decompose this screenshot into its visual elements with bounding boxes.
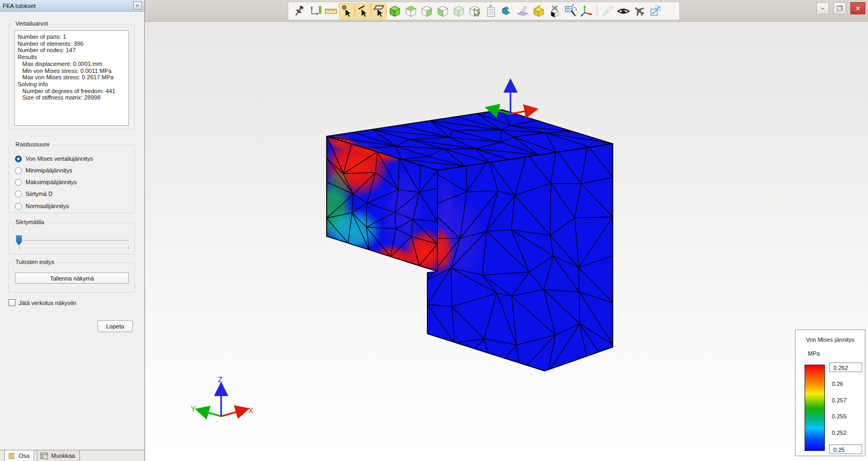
radio-label: Minimipääjännitys: [26, 167, 72, 174]
fea-model-scene[interactable]: Z Y X: [145, 22, 868, 461]
document-tabs-bar: OsaMuokkaa: [0, 450, 144, 461]
x-axis-label: X: [248, 406, 254, 415]
toolbar-button-sketch[interactable]: [599, 3, 615, 19]
radio-label: Von Mises vertailujännitys: [26, 155, 93, 162]
coordinate-axes-icon: [580, 4, 594, 18]
main-toolbar: [288, 2, 680, 20]
fly-mode-icon: [632, 4, 646, 18]
results-summary-box: Number of parts: 1Number of elements: 39…: [14, 30, 129, 126]
radio-option-2[interactable]: Minimipääjännitys: [15, 167, 72, 174]
toolbar-button-select-edge[interactable]: [355, 3, 371, 19]
toolbar-button-extrude[interactable]: [499, 3, 515, 19]
group-label: Siirtymätila: [13, 219, 46, 225]
keep-mesh-checkbox[interactable]: [9, 299, 15, 306]
toolbar-button-measure[interactable]: [323, 3, 339, 19]
toolbar-button-open-box[interactable]: [531, 3, 547, 19]
y-axis-label: Y: [191, 405, 196, 413]
radio-icon[interactable]: [15, 167, 22, 174]
toolbar-button-fly-mode[interactable]: [631, 3, 647, 19]
displacement-slider-track[interactable]: [18, 240, 129, 241]
legend-tick-label: 0.26: [832, 379, 843, 389]
legend-unit: MPa: [808, 350, 820, 357]
restore-button[interactable]: ❐: [833, 2, 846, 14]
panel-titlebar[interactable]: FEA tulokset ✕: [0, 0, 144, 12]
box-select-icon: [564, 4, 578, 18]
measure-icon: [324, 4, 338, 18]
group-siirtymatila: Siirtymätila: [9, 223, 135, 254]
toolbar-button-view-right[interactable]: [419, 3, 435, 19]
quit-button[interactable]: Lopeta: [98, 320, 133, 332]
view-shaded-icon: [388, 4, 402, 18]
stats-line: Number of elements: 396: [18, 40, 126, 47]
stats-line: Min von Mises stress: 0.0011 MPa: [18, 68, 126, 75]
expand-view-icon: [648, 4, 662, 18]
group-vertailuarvot: Vertailuarvot Number of parts: 1Number o…: [9, 24, 135, 129]
stats-line: Number of nodes: 147: [18, 47, 126, 54]
toolbar-button-expand-view[interactable]: [647, 3, 663, 19]
model-origin-triad: [492, 86, 531, 114]
view-iso-icon: [452, 4, 466, 18]
radio-option-4[interactable]: Siirtymä D: [15, 190, 53, 197]
toolbar-button-select-face[interactable]: [371, 3, 387, 19]
toolbar-button-pin[interactable]: [291, 3, 307, 19]
legend-max-input[interactable]: 0.262: [829, 363, 862, 372]
pin-icon: [292, 4, 306, 18]
legend-min-input[interactable]: 0.25: [829, 444, 862, 454]
toolbar-button-select-body[interactable]: [467, 3, 483, 19]
toolbar-button-view-front[interactable]: [435, 3, 451, 19]
slider-tick-start: [19, 246, 20, 249]
radio-option-5[interactable]: Normaalijännitys: [15, 202, 69, 210]
stats-line: Max displacement: 0.0001 mm: [18, 61, 126, 68]
minimize-button[interactable]: –: [816, 2, 829, 14]
toolbar-button-bend[interactable]: [515, 3, 531, 19]
group-tulosten-esitys: Tulosten esitys Tallenna näkymä: [9, 262, 135, 293]
fea-mesh-model[interactable]: [309, 110, 613, 373]
fea-results-panel: FEA tulokset ✕ Vertailuarvot Number of p…: [0, 0, 145, 461]
toolbar-button-view-iso[interactable]: [451, 3, 467, 19]
toolbar-button-visibility[interactable]: [615, 3, 631, 19]
fit-view-icon: [308, 4, 322, 18]
select-edge-icon: [356, 4, 370, 18]
visibility-icon: [616, 4, 630, 18]
stats-line: Size of stiffness matrix: 28998: [18, 94, 126, 101]
stress-colorbar: [805, 365, 825, 451]
radio-icon[interactable]: [15, 191, 22, 197]
top-toolbar-strip: – ❐ ✕: [145, 0, 868, 22]
toolbar-button-view-shaded[interactable]: [387, 3, 403, 19]
slider-tick-end: [128, 246, 129, 249]
radio-option-3[interactable]: Maksimipääjännitys: [15, 178, 77, 186]
toolbar-button-fit-view[interactable]: [307, 3, 323, 19]
tab-muokkaa[interactable]: Muokkaa: [37, 450, 80, 461]
legend-tick-label: 0.255: [832, 411, 847, 421]
bend-icon: [516, 4, 530, 18]
model-face: [425, 142, 613, 373]
radio-icon[interactable]: [15, 179, 22, 186]
stats-line: Number of degrees of freedom: 441: [18, 88, 126, 95]
radio-icon[interactable]: [15, 155, 22, 162]
window-controls: – ❐ ✕: [816, 2, 865, 14]
stress-legend: Von Mises jännitys MPa 0.2620.260.2570.2…: [795, 330, 865, 456]
close-window-button[interactable]: ✕: [850, 2, 865, 14]
toolbar-button-coordinate-axes[interactable]: [579, 3, 595, 19]
radio-label: Siirtymä D: [26, 191, 53, 197]
viewport-3d[interactable]: Z Y X Von Mises jännitys MPa 0.2620.260.…: [145, 22, 868, 461]
stats-line: Solving info: [18, 81, 126, 88]
displacement-slider-thumb[interactable]: [16, 235, 22, 245]
radio-option-1[interactable]: Von Mises vertailujännitys: [15, 155, 93, 162]
stats-line: Results: [18, 54, 126, 61]
select-body-icon: [468, 4, 482, 18]
panel-close-icon[interactable]: ✕: [133, 2, 142, 10]
tab-osa[interactable]: Osa: [4, 450, 34, 461]
stats-line: Max von Mises stress: 0.2617 MPa: [18, 74, 126, 81]
sketch-icon: [601, 4, 614, 18]
radio-icon[interactable]: [15, 203, 22, 210]
part-icon: [7, 452, 16, 460]
toolbar-button-view-top[interactable]: [403, 3, 419, 19]
toolbar-button-delete-face[interactable]: [547, 3, 563, 19]
keep-mesh-checkbox-row[interactable]: Jätä verkotus näkyviin: [9, 299, 76, 306]
toolbar-button-feature-list[interactable]: [483, 3, 499, 19]
toolbar-button-box-select[interactable]: [563, 3, 579, 19]
save-view-button[interactable]: Tallenna näkymä: [15, 273, 129, 284]
toolbar-button-select-vertex[interactable]: [339, 3, 355, 19]
view-front-icon: [436, 4, 450, 18]
